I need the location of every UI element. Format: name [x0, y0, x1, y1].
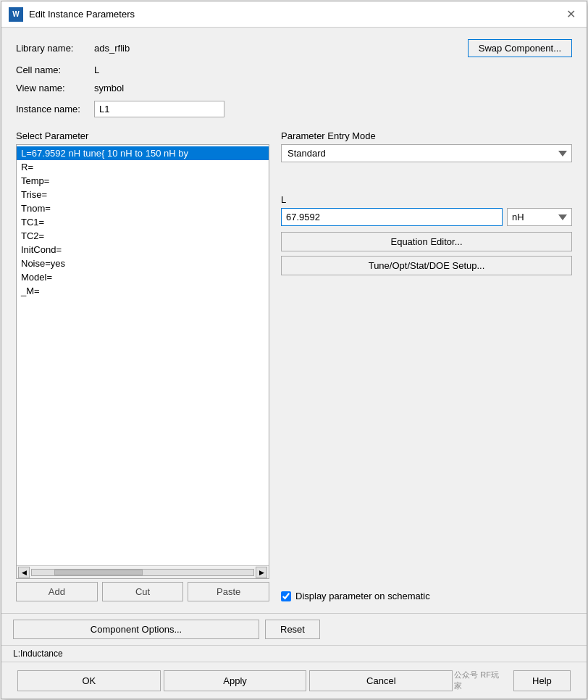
- dialog-body: Library name: ads_rflib Swap Component..…: [1, 28, 587, 613]
- cell-label: Cell name:: [16, 64, 88, 75]
- param-item[interactable]: Temp=: [17, 174, 269, 188]
- scroll-track[interactable]: [31, 569, 254, 576]
- select-parameter-label: Select Parameter: [16, 130, 269, 141]
- instance-name-input[interactable]: [94, 101, 224, 117]
- right-panel: Parameter Entry Mode Standard L nH pH uH: [281, 130, 572, 601]
- app-icon: W: [9, 7, 23, 22]
- status-bar: L:Inductance: [1, 645, 587, 662]
- library-row: Library name: ads_rflib Swap Component..…: [16, 39, 572, 57]
- view-value: symbol: [94, 83, 124, 93]
- left-panel: Select Parameter L=67.9592 nH tune{ 10 n…: [16, 130, 269, 601]
- library-value: ads_rflib: [94, 43, 130, 54]
- param-item[interactable]: Model=: [17, 270, 269, 284]
- title-bar-left: W Edit Instance Parameters: [9, 7, 135, 22]
- list-buttons: Add Cut Paste: [16, 582, 269, 601]
- title-bar: W Edit Instance Parameters ✕: [1, 1, 587, 28]
- scroll-thumb[interactable]: [54, 570, 143, 575]
- cell-value: L: [94, 64, 99, 75]
- instance-label: Instance name:: [16, 104, 88, 114]
- ok-button[interactable]: OK: [17, 670, 161, 691]
- reset-button[interactable]: Reset: [265, 620, 320, 639]
- close-button[interactable]: ✕: [562, 6, 579, 23]
- bottom-area: Component Options... Reset: [1, 613, 587, 645]
- equation-editor-button[interactable]: Equation Editor...: [281, 232, 572, 251]
- param-item[interactable]: R=: [17, 160, 269, 174]
- display-param-label: Display parameter on schematic: [295, 591, 430, 601]
- library-label: Library name:: [16, 43, 88, 54]
- edit-instance-dialog: W Edit Instance Parameters ✕ Library nam…: [1, 1, 587, 699]
- entry-mode-container: Parameter Entry Mode Standard: [281, 130, 572, 162]
- swap-component-button[interactable]: Swap Component...: [468, 39, 572, 57]
- param-item[interactable]: TC1=: [17, 215, 269, 229]
- watermark: 公众号 RF玩家: [454, 670, 506, 691]
- dialog-title: Edit Instance Parameters: [29, 9, 135, 20]
- help-button[interactable]: Help: [513, 670, 571, 691]
- instance-row: Instance name:: [16, 101, 572, 117]
- display-param-row: Display parameter on schematic: [281, 591, 572, 601]
- cell-row: Cell name: L: [16, 64, 572, 75]
- scroll-left-arrow[interactable]: ◀: [18, 567, 30, 578]
- param-item[interactable]: Tnom=: [17, 201, 269, 215]
- cut-button[interactable]: Cut: [102, 582, 184, 601]
- param-item[interactable]: _M=: [17, 284, 269, 298]
- param-value-input[interactable]: [281, 208, 503, 226]
- param-list[interactable]: L=67.9592 nH tune{ 10 nH to 150 nH byR=T…: [17, 145, 269, 565]
- display-param-checkbox[interactable]: [281, 591, 291, 601]
- param-item[interactable]: InitCond=: [17, 243, 269, 257]
- apply-button[interactable]: Apply: [164, 670, 307, 691]
- view-label: View name:: [16, 83, 88, 93]
- horizontal-scrollbar[interactable]: ◀ ▶: [17, 565, 269, 578]
- paste-button[interactable]: Paste: [188, 582, 269, 601]
- scroll-right-arrow[interactable]: ▶: [256, 567, 267, 578]
- component-options-button[interactable]: Component Options...: [13, 620, 259, 639]
- footer-right: 公众号 RF玩家 Help: [454, 670, 572, 691]
- tune-setup-button[interactable]: Tune/Opt/Stat/DOE Setup...: [281, 256, 572, 275]
- param-item[interactable]: Trise=: [17, 188, 269, 201]
- unit-select[interactable]: nH pH uH mH H: [507, 208, 572, 226]
- entry-mode-label: Parameter Entry Mode: [281, 130, 572, 141]
- footer: OK Apply Cancel 公众号 RF玩家 Help: [1, 662, 587, 699]
- status-label: L:Inductance: [13, 649, 63, 659]
- param-item[interactable]: Noise=yes: [17, 257, 269, 270]
- view-row: View name: symbol: [16, 83, 572, 93]
- value-row: nH pH uH mH H: [281, 208, 572, 226]
- entry-mode-select[interactable]: Standard: [281, 144, 572, 162]
- param-name-display: L: [281, 194, 572, 205]
- panels-container: Select Parameter L=67.9592 nH tune{ 10 n…: [16, 130, 572, 601]
- param-item[interactable]: TC2=: [17, 229, 269, 243]
- entry-mode-row: Parameter Entry Mode Standard: [281, 130, 572, 162]
- add-button[interactable]: Add: [16, 582, 98, 601]
- cancel-button[interactable]: Cancel: [309, 670, 453, 691]
- param-list-container: L=67.9592 nH tune{ 10 nH to 150 nH byR=T…: [16, 144, 269, 579]
- param-item[interactable]: L=67.9592 nH tune{ 10 nH to 150 nH by: [17, 146, 269, 160]
